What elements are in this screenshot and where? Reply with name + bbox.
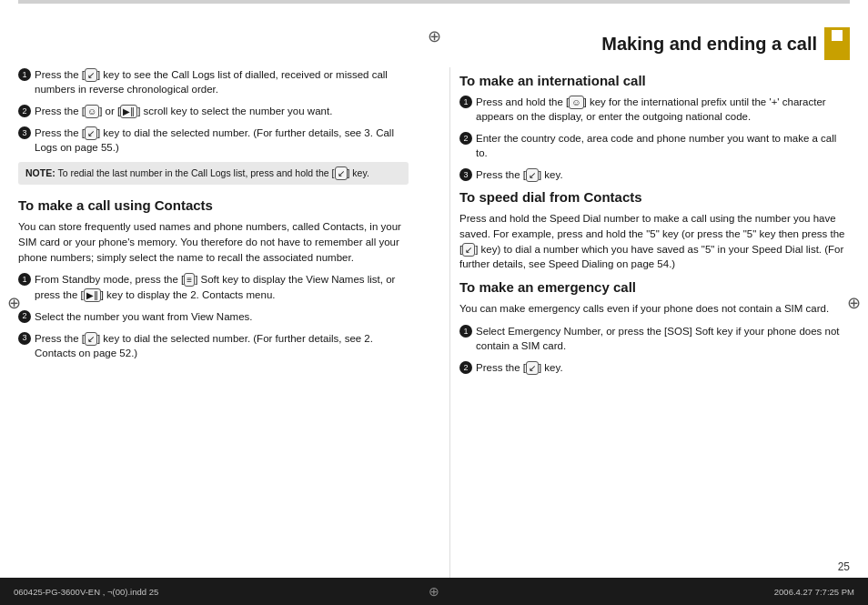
right-crosshair-icon: ⊕ [847, 293, 861, 313]
contacts-item-text-3: Press the [↙] key to dial the selected n… [35, 331, 409, 360]
page: ⊕ Making and ending a call ⊕ ⊕ 1 Press t… [0, 0, 868, 605]
call-key-icon-2: ↙ [85, 126, 97, 140]
speed-dial-section-body: Press and hold the Speed Dial number to … [459, 211, 850, 272]
item-text-2: Press the [☺] or [▶‖] scroll key to sele… [35, 104, 409, 118]
call-key-icon-5: ↙ [462, 243, 475, 257]
intl-item-text-3: Press the [↙] key. [476, 167, 850, 182]
title-box: Making and ending a call [601, 27, 850, 60]
item-number-1: 1 [18, 68, 31, 81]
call-key-icon-3: ↙ [85, 332, 97, 346]
nav-key-icon: ▶‖ [120, 105, 137, 118]
nav-key-icon-2: ▶‖ [84, 288, 101, 302]
main-content: 1 Press the [↙] key to see the Call Logs… [0, 67, 868, 581]
right-column: To make an international call 1 Press an… [449, 67, 850, 581]
list-item: 2 Press the [↙] key. [459, 360, 850, 375]
page-number: 25 [838, 560, 850, 573]
international-section-title: To make an international call [459, 73, 850, 88]
soft-key-icon: ≡ [184, 273, 195, 287]
list-item: 1 From Standby mode, press the [≡] Soft … [18, 272, 409, 301]
title-decoration-icon [824, 27, 850, 60]
list-item: 2 Select the number you want from View N… [18, 309, 409, 324]
intl-item-number-2: 2 [459, 132, 472, 145]
footer-crosshair-icon: ⊕ [429, 584, 439, 599]
intl-item-text-2: Enter the country code, area code and ph… [476, 131, 850, 160]
call-key-icon-4: ↙ [526, 168, 539, 182]
contacts-section-body: You can store frequently used names and … [18, 219, 409, 265]
scroll-key-icon: ☺ [85, 105, 99, 118]
intl-item-number-1: 1 [459, 96, 472, 108]
intl-item-text-1: Press and hold the [☺] key for the inter… [476, 95, 850, 124]
emergency-item-text-2: Press the [↙] key. [476, 360, 850, 375]
list-item: 2 Enter the country code, area code and … [459, 131, 850, 160]
footer-left: 060425-PG-3600V-EN , ¬(00).indd 25 [14, 587, 158, 597]
header-crosshair-icon: ⊕ [428, 26, 441, 46]
list-item: 2 Press the [☺] or [▶‖] scroll key to se… [18, 104, 409, 118]
note-box: NOTE: To redial the last number in the C… [18, 162, 409, 185]
emergency-item-number-1: 1 [459, 325, 472, 338]
list-item: 1 Press the [↙] key to see the Call Logs… [18, 67, 409, 96]
top-decorative-bar [18, 0, 850, 4]
list-item: 3 Press the [↙] key to dial the selected… [18, 331, 409, 360]
list-item: 3 Press the [↙] key to dial the selected… [18, 126, 409, 155]
footer-right: 2006.4.27 7:7:25 PM [774, 587, 854, 597]
item-number-3: 3 [18, 126, 31, 139]
emergency-item-number-2: 2 [459, 361, 472, 374]
page-title: Making and ending a call [601, 34, 817, 55]
call-key-icon: ↙ [85, 68, 97, 82]
emergency-section-body: You can make emergency calls even if you… [459, 301, 850, 317]
emergency-item-text-1: Select Emergency Number, or press the [S… [476, 324, 850, 353]
item-text-3: Press the [↙] key to dial the selected n… [35, 126, 409, 155]
contacts-item-text-1: From Standby mode, press the [≡] Soft ke… [35, 272, 409, 301]
emergency-section-title: To make an emergency call [459, 279, 850, 295]
left-crosshair-icon: ⊕ [7, 293, 21, 313]
intl-item-number-3: 3 [459, 168, 472, 181]
contacts-item-number-1: 1 [18, 273, 31, 286]
page-footer: 060425-PG-3600V-EN , ¬(00).indd 25 ⊕ 200… [0, 578, 868, 605]
list-item: 1 Select Emergency Number, or press the … [459, 324, 850, 353]
note-text: To redial the last number in the Call Lo… [57, 167, 368, 178]
item-number-2: 2 [18, 105, 31, 117]
call-key-inline: ↙ [335, 166, 348, 180]
note-label: NOTE: [25, 167, 56, 178]
item-text-1: Press the [↙] key to see the Call Logs l… [35, 67, 409, 96]
contacts-item-number-3: 3 [18, 332, 31, 345]
call-key-icon-6: ↙ [526, 361, 539, 375]
list-item: 3 Press the [↙] key. [459, 167, 850, 182]
contacts-section-title: To make a call using Contacts [18, 197, 409, 213]
scroll-key-icon-2: ☺ [569, 96, 583, 109]
list-item: 1 Press and hold the [☺] key for the int… [459, 95, 850, 124]
speed-dial-section-title: To speed dial from Contacts [459, 189, 850, 205]
left-column: 1 Press the [↙] key to see the Call Logs… [18, 67, 422, 581]
page-header: ⊕ Making and ending a call [0, 13, 868, 67]
contacts-item-text-2: Select the number you want from View Nam… [35, 309, 409, 324]
